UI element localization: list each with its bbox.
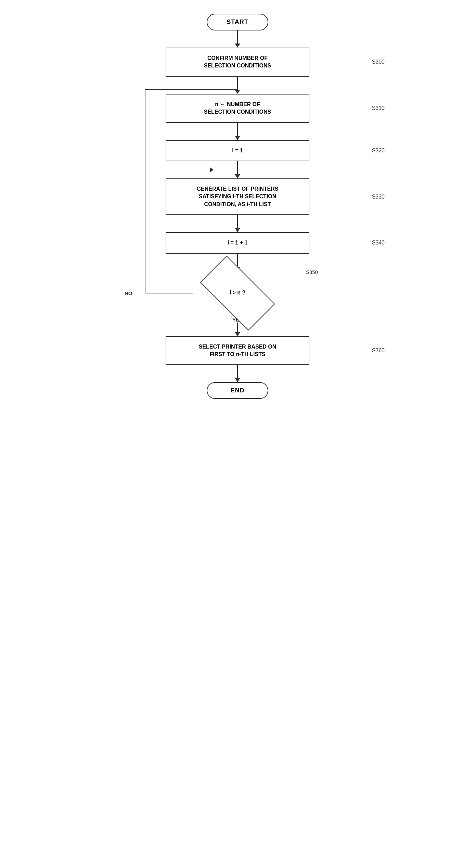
arrow-s300-to-s310 [235, 77, 240, 94]
s300-text: CONFIRM NUMBER OFSELECTION CONDITIONS [204, 55, 271, 68]
s310-label: S310 [372, 105, 385, 111]
end-terminal: END [207, 382, 268, 399]
arrow-s310-to-s320 [235, 123, 240, 140]
arrow-s360-to-end [235, 365, 240, 382]
s300-process: CONFIRM NUMBER OFSELECTION CONDITIONS [166, 48, 309, 77]
arrow-s330-to-s340 [235, 215, 240, 232]
s300-row: CONFIRM NUMBER OFSELECTION CONDITIONS S3… [118, 48, 357, 77]
s330-label: S330 [372, 194, 385, 200]
s340-text: i = 1 + 1 [228, 240, 248, 246]
loop-section: GENERATE LIST OF PRINTERSSATISFYING i-TH… [118, 161, 357, 336]
s310-row: n ← NUMBER OFSELECTION CONDITIONS S310 [118, 94, 357, 123]
s320-text: i = 1 [232, 148, 243, 153]
decision-row-s350: i > n ? NO [118, 271, 357, 315]
s310-process: n ← NUMBER OFSELECTION CONDITIONS [166, 94, 309, 123]
end-terminal-row: END [118, 382, 357, 399]
s330-text: GENERATE LIST OF PRINTERSSATISFYING i-TH… [197, 186, 279, 207]
s340-row: i = 1 + 1 S340 [118, 232, 357, 253]
flowchart: START CONFIRM NUMBER OFSELECTION CONDITI… [118, 14, 357, 399]
s360-process: SELECT PRINTER BASED ONFIRST TO n-TH LIS… [166, 336, 309, 365]
s320-row: i = 1 S320 [118, 140, 357, 161]
s360-text: SELECT PRINTER BASED ONFIRST TO n-TH LIS… [199, 344, 277, 357]
s330-process: GENERATE LIST OF PRINTERSSATISFYING i-TH… [166, 178, 309, 215]
arrow-s350-yes-to-s360 [235, 323, 240, 336]
s320-label: S320 [372, 148, 385, 154]
arrow-into-loop [235, 161, 240, 178]
loop-entry-arrow [210, 167, 214, 172]
arrow-start-to-s300 [235, 30, 240, 48]
s350-section: S350 i > n ? NO [118, 271, 357, 336]
s340-label: S340 [372, 240, 385, 246]
start-terminal-row: START [118, 14, 357, 30]
s300-label: S300 [372, 59, 385, 65]
s310-text: n ← NUMBER OFSELECTION CONDITIONS [204, 101, 271, 115]
start-terminal: START [207, 14, 268, 30]
s330-row: GENERATE LIST OF PRINTERSSATISFYING i-TH… [118, 178, 357, 215]
s320-process: i = 1 [166, 140, 309, 161]
s350-diamond-container: i > n ? [193, 271, 282, 315]
s360-label: S360 [372, 348, 385, 354]
s360-row: SELECT PRINTER BASED ONFIRST TO n-TH LIS… [118, 336, 357, 365]
s350-decision-text: i > n ? [230, 289, 246, 297]
s340-process: i = 1 + 1 [166, 232, 309, 253]
no-label: NO [125, 290, 132, 296]
